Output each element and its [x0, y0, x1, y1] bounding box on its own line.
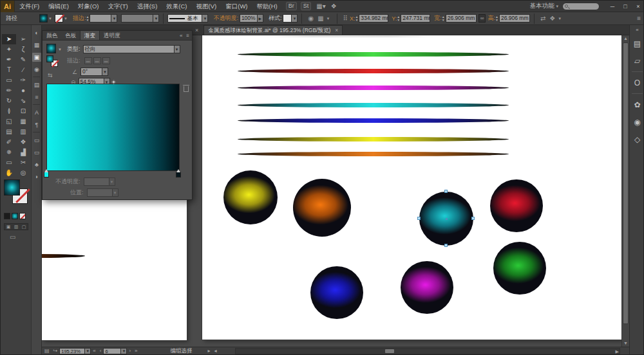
- symbols-swirl-panel-icon[interactable]: ✿: [631, 98, 644, 111]
- selection-anchor-1[interactable]: [417, 217, 421, 220]
- hand-share-icon[interactable]: ❖: [331, 3, 337, 10]
- gradient-stop-start[interactable]: [44, 172, 49, 178]
- spindle-magenta[interactable]: [238, 86, 509, 90]
- gradient-stop-end[interactable]: [176, 172, 181, 178]
- status-collapse-icon[interactable]: ◂: [214, 348, 217, 354]
- menu-item-6[interactable]: 视图(V): [192, 1, 222, 12]
- gradient-slider-preview[interactable]: [46, 84, 180, 171]
- appearance-flower-panel-icon[interactable]: ◉: [631, 116, 644, 129]
- reference-point-icon[interactable]: ⠿: [343, 15, 348, 22]
- menu-item-5[interactable]: 效果(C): [162, 1, 191, 12]
- next-artboard-icon[interactable]: ›: [129, 348, 131, 354]
- gradient-type-field[interactable]: 径向: [83, 45, 175, 53]
- gradient-type-dropdown-icon[interactable]: ▼: [175, 45, 180, 53]
- selection-tool[interactable]: ➤: [2, 34, 16, 44]
- delete-stop-icon[interactable]: [184, 86, 189, 92]
- eyedropper-tool[interactable]: ✐: [2, 137, 16, 147]
- zoom-level-field[interactable]: 195.23%: [59, 348, 85, 354]
- height-stepper[interactable]: ▲▼: [495, 15, 498, 22]
- stroke-color-swatch[interactable]: [55, 14, 63, 23]
- x-stepper[interactable]: ▲▼: [355, 15, 358, 22]
- mesh-tool[interactable]: ▤: [2, 127, 16, 137]
- style-swatch[interactable]: [283, 14, 292, 23]
- fill-proxy-swatch[interactable]: [4, 179, 20, 196]
- artboards-panel-icon[interactable]: ▱: [631, 55, 644, 68]
- gradient-panel-tab-渐变[interactable]: 渐变: [80, 31, 100, 40]
- pathfinder-panel-icon[interactable]: ◗: [32, 172, 41, 181]
- scroll-down-icon[interactable]: ▼: [622, 340, 629, 347]
- collapse-panel-icon[interactable]: «: [180, 31, 182, 40]
- sphere-green[interactable]: [493, 242, 546, 295]
- layout-switcher-icon[interactable]: ▦▾: [316, 3, 325, 10]
- bridge-button[interactable]: Br: [286, 2, 297, 10]
- scroll-right-icon[interactable]: ▶: [616, 349, 619, 354]
- status-expand-icon[interactable]: ▸: [208, 348, 211, 354]
- horizontal-scroll-thumb[interactable]: [385, 349, 394, 353]
- type-tool[interactable]: T: [2, 65, 16, 75]
- menu-item-2[interactable]: 对象(O): [73, 1, 104, 12]
- draw-behind-icon[interactable]: ▥: [14, 224, 19, 230]
- gradient-panel-tab-透明度[interactable]: 透明度: [100, 31, 124, 40]
- draw-normal-icon[interactable]: ▣: [6, 224, 11, 230]
- gradient-panel-tab-色板[interactable]: 色板: [61, 31, 80, 40]
- collapse-control-bar-icon[interactable]: ≡: [637, 15, 641, 22]
- search-input[interactable]: [562, 3, 600, 10]
- appearance-panel-icon[interactable]: ≡: [32, 93, 41, 102]
- actions-panel-icon[interactable]: ▭: [32, 148, 41, 157]
- transparency-panel-icon[interactable]: ◉: [32, 65, 41, 74]
- maximize-button[interactable]: □: [619, 1, 632, 12]
- opacity-dropdown-icon[interactable]: ▶: [258, 14, 263, 23]
- gradient-swatch-thumbnail[interactable]: [46, 44, 56, 53]
- pen-tool[interactable]: ✒: [2, 55, 16, 65]
- width-profile-field[interactable]: [121, 14, 153, 23]
- spindle-green[interactable]: [238, 52, 509, 57]
- recolor-artwork-icon[interactable]: ◉: [308, 15, 314, 22]
- magic-wand-tool[interactable]: ✦: [2, 44, 16, 55]
- direct-selection-tool[interactable]: ➢: [16, 34, 30, 44]
- column-graph-tool[interactable]: ▟: [16, 147, 30, 158]
- hidden-tab-close-icon[interactable]: ×: [195, 25, 198, 35]
- swatches-panel-icon[interactable]: ▦: [32, 41, 41, 50]
- layers-panel-icon[interactable]: ▤: [631, 37, 644, 50]
- menu-item-8[interactable]: 帮助(H): [252, 1, 282, 12]
- selection-anchor-3[interactable]: [444, 244, 448, 247]
- gradient-angle-dropdown-icon[interactable]: ▼: [102, 68, 108, 76]
- stroke-weight-field[interactable]: [90, 14, 111, 23]
- hand-tool[interactable]: ✋: [2, 168, 16, 178]
- curvature-tool[interactable]: ✎: [16, 55, 30, 65]
- artboard-tool[interactable]: ▭: [2, 158, 16, 168]
- stroke-weight-dropdown-icon[interactable]: ▼: [111, 14, 117, 23]
- sphere-orange[interactable]: [293, 179, 351, 237]
- character-panel-icon[interactable]: A: [32, 108, 41, 117]
- gradient-tool[interactable]: ▥: [16, 127, 30, 137]
- pencil-tool[interactable]: ✏: [2, 86, 16, 96]
- constrain-proportions-icon[interactable]: ∞: [478, 14, 486, 23]
- blob-brush-tool[interactable]: ●: [16, 86, 30, 96]
- gradient-panel-tab-颜色[interactable]: 颜色: [43, 31, 61, 40]
- symbol-sprayer-tool[interactable]: ✵: [2, 147, 16, 158]
- width-stepper[interactable]: ▲▼: [442, 15, 445, 22]
- spindle-orange[interactable]: [238, 152, 509, 156]
- document-tab-close-icon[interactable]: ×: [335, 26, 338, 35]
- style-dropdown-icon[interactable]: ▼: [292, 14, 298, 23]
- gradient-fill-proxy[interactable]: [46, 55, 53, 62]
- stock-button[interactable]: St: [301, 2, 312, 10]
- scale-tool[interactable]: ⇘: [16, 96, 30, 106]
- none-button[interactable]: [19, 213, 26, 219]
- stroke-weight-stepper[interactable]: ▲▼: [86, 15, 89, 22]
- close-button[interactable]: ×: [632, 1, 644, 12]
- document-tab[interactable]: 金属质感球体绘制背景.ai* @ 195.23% (RGB/预览) ×: [204, 25, 343, 35]
- perspective-grid-tool[interactable]: ▦: [16, 116, 30, 127]
- panel-menu-icon[interactable]: ≡: [186, 31, 189, 40]
- vertical-scrollbar[interactable]: ▲ ▼: [621, 35, 629, 347]
- opacity-field[interactable]: 100%: [240, 14, 258, 23]
- fill-color-swatch[interactable]: [39, 14, 48, 23]
- spindle-red[interactable]: [238, 69, 509, 73]
- gradient-button[interactable]: [12, 213, 18, 219]
- height-field[interactable]: 26.906 mm: [499, 14, 530, 23]
- free-transform-tool[interactable]: ⊡: [16, 106, 30, 116]
- workspace-switcher[interactable]: 基本功能: [529, 2, 554, 10]
- width-field[interactable]: 26.906 mm: [446, 14, 477, 23]
- rectangle-tool[interactable]: ▭: [2, 75, 16, 86]
- y-field[interactable]: 247.731 mm: [401, 14, 430, 23]
